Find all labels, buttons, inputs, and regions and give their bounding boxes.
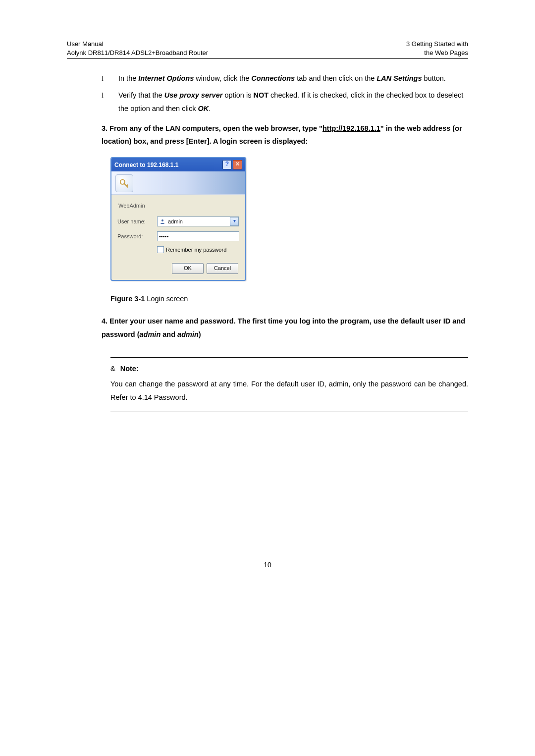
user-icon — [159, 218, 166, 225]
bullet-text: Verify that the Use proxy server option … — [118, 89, 468, 114]
password-label: Password: — [117, 233, 157, 239]
dialog-title: Connect to 192.168.1.1 — [114, 162, 178, 168]
step-4: 4. Enter your user name and password. Th… — [102, 315, 468, 341]
cancel-button[interactable]: Cancel — [207, 263, 238, 274]
bullet-list: l In the Internet Options window, click … — [102, 72, 468, 114]
dialog-titlebar[interactable]: Connect to 192.168.1.1 ? × — [111, 158, 245, 171]
password-input[interactable]: ••••• — [157, 231, 239, 241]
header-right-line2: the Web Pages — [406, 49, 468, 57]
figure-wrap: Connect to 192.168.1.1 ? × WebAdmin User — [110, 157, 468, 281]
close-button[interactable]: × — [233, 160, 242, 169]
bullet-mark: l — [102, 72, 118, 85]
bullet-text: In the Internet Options window, click th… — [118, 72, 446, 85]
note-symbol: & — [110, 365, 115, 373]
dialog-banner — [111, 171, 245, 195]
auth-realm: WebAdmin — [118, 203, 239, 209]
page: User Manual Aolynk DR811/DR814 ADSL2+Bro… — [0, 0, 535, 569]
note-block: &Note: You can change the password at an… — [110, 357, 468, 412]
divider — [110, 412, 468, 412]
page-header: User Manual Aolynk DR811/DR814 ADSL2+Bro… — [67, 40, 468, 59]
chevron-down-icon[interactable]: ▾ — [230, 217, 239, 226]
header-left-line1: User Manual — [67, 40, 208, 49]
bullet-mark: l — [102, 89, 118, 114]
header-right: 3 Getting Started with the Web Pages — [406, 40, 468, 57]
remember-checkbox[interactable] — [157, 246, 164, 253]
note-label: Note: — [120, 365, 139, 373]
remember-label: Remember my password — [166, 247, 226, 253]
caption-number: Figure 3-1 — [110, 295, 145, 303]
bullet-item: l Verify that the Use proxy server optio… — [102, 89, 468, 114]
header-left: User Manual Aolynk DR811/DR814 ADSL2+Bro… — [67, 40, 208, 57]
dialog-buttons: OK Cancel — [117, 263, 239, 274]
titlebar-buttons: ? × — [222, 160, 242, 169]
router-url: http://192.168.1.1 — [322, 124, 380, 132]
password-row: Password: ••••• — [117, 231, 239, 241]
divider — [110, 357, 468, 358]
header-left-line2: Aolynk DR811/DR814 ADSL2+Broadband Route… — [67, 49, 208, 57]
help-button[interactable]: ? — [222, 160, 232, 169]
note-body: You can change the password at any time.… — [110, 378, 468, 405]
keys-icon — [115, 174, 133, 192]
remember-row: Remember my password — [157, 246, 239, 253]
page-number: 10 — [67, 561, 468, 569]
caption-text: Login screen — [145, 295, 188, 303]
username-label: User name: — [117, 218, 157, 224]
login-dialog: Connect to 192.168.1.1 ? × WebAdmin User — [110, 157, 246, 281]
figure-caption: Figure 3-1 Login screen — [110, 295, 468, 303]
username-value: admin — [168, 218, 229, 224]
password-value: ••••• — [159, 233, 168, 239]
ok-button[interactable]: OK — [172, 263, 204, 274]
dialog-body: WebAdmin User name: admin ▾ Password: ••… — [111, 195, 245, 280]
username-row: User name: admin ▾ — [117, 216, 239, 226]
username-input[interactable]: admin ▾ — [157, 216, 239, 226]
step-3: 3. From any of the LAN computers, open t… — [102, 122, 468, 149]
header-right-line1: 3 Getting Started with — [406, 40, 468, 49]
bullet-item: l In the Internet Options window, click … — [102, 72, 468, 85]
note-heading: &Note: — [110, 365, 468, 373]
svg-point-1 — [161, 219, 163, 221]
